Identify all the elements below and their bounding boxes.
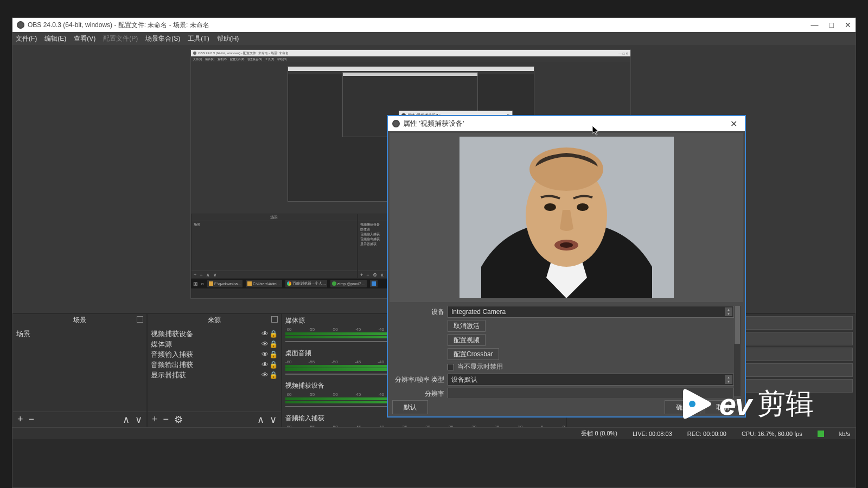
remove-scene-button[interactable]: − — [29, 414, 35, 425]
statusbar: 丢帧 0 (0.0%) LIVE: 00:08:03 REC: 00:00:00… — [12, 427, 856, 439]
resolution-type-label: 分辨率/帧率 类型 — [392, 375, 444, 384]
scene-down-button[interactable]: ∨ — [135, 414, 142, 426]
scenes-dock: 场景 场景 + − ∧ ∨ — [12, 313, 147, 427]
device-select[interactable]: Integrated Camera▲▼ — [448, 306, 734, 318]
deactivate-button[interactable]: 取消激活 — [448, 320, 486, 332]
svg-point-6 — [560, 242, 573, 248]
resolution-select — [448, 388, 734, 398]
maximize-button[interactable]: □ — [829, 21, 834, 29]
eye-icon[interactable]: 👁 — [260, 350, 269, 359]
add-scene-button[interactable]: + — [17, 414, 23, 425]
dialog-close-button[interactable]: ✕ — [727, 119, 741, 129]
eye-icon[interactable]: 👁 — [260, 361, 269, 369]
device-label: 设备 — [392, 307, 444, 317]
defaults-button[interactable]: 默认 — [392, 400, 428, 414]
mixer-channel-name: 视频捕获设备 — [285, 381, 324, 390]
sources-dock: 来源 视频捕获设备👁🔒 媒体源👁🔒 音频输入捕获👁🔒 音频输出捕获👁🔒 显示器捕… — [147, 313, 282, 427]
menu-profile[interactable]: 配置文件(P) — [103, 34, 138, 43]
menubar: 文件(F) 编辑(E) 查看(V) 配置文件(P) 场景集合(S) 工具(T) … — [12, 32, 856, 45]
source-item[interactable]: 音频输入捕获👁🔒 — [151, 349, 278, 359]
cancel-button[interactable]: 取消 — [705, 400, 741, 414]
menu-edit[interactable]: 编辑(E) — [44, 34, 66, 43]
configure-video-button[interactable]: 配置视频 — [448, 334, 486, 346]
svg-point-4 — [577, 203, 589, 211]
lock-icon[interactable]: 🔒 — [269, 361, 278, 369]
ok-button[interactable]: 确定 — [665, 400, 700, 414]
dialog-form: 设备 Integrated Camera▲▼ 取消激活 配置视频 配置Cross… — [388, 304, 745, 398]
cpu-fps: CPU: 16.7%, 60.00 fps — [742, 431, 802, 437]
mixer-channel-name: 媒体源 — [285, 316, 305, 325]
source-item[interactable]: 媒体源👁🔒 — [151, 339, 278, 349]
rec-time: REC: 00:00:00 — [687, 431, 726, 437]
dialog-titlebar[interactable]: 属性 '视频捕获设备' ✕ — [388, 116, 745, 131]
svg-point-3 — [544, 203, 556, 211]
scenes-toolbar: + − ∧ ∨ — [13, 412, 146, 427]
lock-icon[interactable]: 🔒 — [269, 330, 278, 338]
menu-scene-collection[interactable]: 场景集合(S) — [145, 34, 180, 43]
source-up-button[interactable]: ∧ — [257, 414, 264, 426]
form-scrollbar[interactable] — [734, 306, 741, 396]
window-titlebar: OBS 24.0.3 (64-bit, windows) - 配置文件: 未命名… — [12, 18, 856, 32]
configure-crossbar-button[interactable]: 配置Crossbar — [448, 348, 499, 360]
menu-tools[interactable]: 工具(T) — [188, 34, 209, 43]
dock-popout-icon[interactable] — [137, 316, 143, 323]
lock-icon[interactable]: 🔒 — [269, 350, 278, 359]
sources-header: 来源 — [208, 316, 221, 324]
dropped-frames: 丢帧 0 (0.0%) — [581, 429, 617, 438]
lock-icon[interactable]: 🔒 — [269, 371, 278, 380]
window-title: OBS 24.0.3 (64-bit, windows) - 配置文件: 未命名… — [28, 21, 209, 30]
properties-dialog: 属性 '视频捕获设备' ✕ 设备 — [387, 115, 746, 418]
mixer-channel-name: 音频输入捕获 — [285, 414, 324, 423]
add-source-button[interactable]: + — [152, 414, 158, 425]
source-properties-button[interactable]: ⚙ — [174, 414, 183, 426]
camera-feed — [459, 137, 674, 298]
disable-when-hidden-checkbox[interactable] — [448, 364, 454, 370]
dialog-preview — [390, 133, 743, 302]
obs-icon — [392, 120, 400, 127]
resolution-label: 分辨率 — [392, 389, 444, 399]
scenes-header: 场景 — [73, 316, 86, 324]
eye-icon[interactable]: 👁 — [260, 330, 269, 338]
eye-icon[interactable]: 👁 — [260, 371, 269, 380]
live-time: LIVE: 00:08:03 — [633, 431, 672, 437]
source-down-button[interactable]: ∨ — [270, 414, 277, 426]
bitrate: kb/s — [839, 431, 850, 437]
source-item[interactable]: 音频输出捕获👁🔒 — [151, 359, 278, 370]
lock-icon[interactable]: 🔒 — [269, 340, 278, 349]
close-button[interactable]: ✕ — [845, 21, 851, 29]
source-item[interactable]: 显示器捕获👁🔒 — [151, 370, 278, 380]
dock-popout-icon[interactable] — [271, 316, 278, 323]
obs-icon — [17, 21, 24, 29]
scene-item[interactable]: 场景 — [16, 329, 143, 339]
sources-toolbar: + − ⚙ ∧ ∨ — [148, 412, 281, 427]
stream-status-indicator — [818, 431, 824, 437]
dialog-title: 属性 '视频捕获设备' — [403, 119, 464, 129]
remove-source-button[interactable]: − — [163, 414, 169, 425]
scene-up-button[interactable]: ∧ — [123, 414, 130, 426]
eye-icon[interactable]: 👁 — [260, 340, 269, 349]
menu-help[interactable]: 帮助(H) — [217, 34, 239, 43]
menu-file[interactable]: 文件(F) — [16, 34, 37, 43]
source-item[interactable]: 视频捕获设备👁🔒 — [151, 329, 278, 339]
minimize-button[interactable]: — — [811, 21, 819, 29]
disable-when-hidden-label: 当不显示时禁用 — [457, 362, 503, 371]
menu-view[interactable]: 查看(V) — [74, 34, 95, 43]
resolution-type-select[interactable]: 设备默认▲▼ — [448, 374, 734, 386]
mixer-channel-name: 桌面音频 — [285, 349, 311, 358]
